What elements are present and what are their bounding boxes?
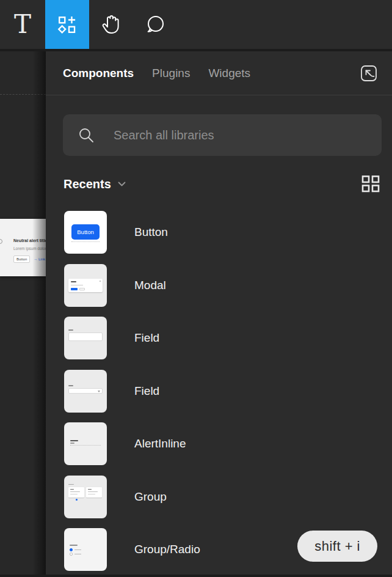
field-thumbnail [64,317,107,359]
field-select-thumbnail [64,370,107,413]
assets-icon [57,15,77,34]
alert-button[interactable]: Button [13,255,30,263]
shortcut-hint-pill: shift + i [297,531,377,562]
list-item-button[interactable]: Button Button [46,206,392,259]
item-label: Field [134,384,159,398]
info-icon [0,239,2,244]
alert-actions: Button → Link text [13,255,46,263]
canvas-alert-component[interactable]: Neutral alert title Lorem ipsum dolor am… [0,219,46,276]
search-input[interactable] [114,128,382,142]
item-label: Group/Radio [134,543,200,556]
popout-panel-button[interactable] [358,62,380,84]
popout-icon [358,63,379,84]
item-label: Group [134,490,167,504]
group-thumbnail [64,476,107,518]
button-thumbnail: Button [64,211,107,254]
list-item-field[interactable]: Field [46,312,392,365]
hand-tool-button[interactable] [89,0,133,49]
list-item-modal[interactable]: Modal [46,259,392,312]
comment-bubble-icon [144,13,166,35]
grid-view-button[interactable] [361,175,380,193]
item-label: AlertInline [134,437,186,450]
recents-header: Recents [64,175,380,193]
item-label: Button [134,226,168,239]
canvas-area[interactable]: Neutral alert title Lorem ipsum dolor am… [0,51,46,575]
search-icon [78,127,95,144]
figma-app-window: T Neutral al [0,0,392,577]
group-radio-thumbnail [64,528,107,571]
panel-drop-shadow [32,51,46,575]
list-item-field-select[interactable]: Field [46,365,392,418]
panel-tabs: Components Plugins Widgets [46,51,392,95]
modal-thumbnail [64,264,107,307]
hand-icon [100,13,123,36]
tab-plugins[interactable]: Plugins [152,67,190,80]
recents-title: Recents [64,177,111,191]
alertinline-thumbnail [64,422,107,465]
list-item-alertinline[interactable]: AlertInline [46,417,392,471]
alert-link[interactable]: → Link text [34,257,46,261]
assets-tool-button[interactable] [45,0,89,49]
chevron-down-icon [118,182,126,187]
tabs-divider [46,95,392,95]
toolbar: T [0,0,392,51]
list-item-group[interactable]: Group [46,471,392,524]
mini-button-preview: Button [71,224,100,240]
grid-view-icon [361,175,380,193]
text-tool-button[interactable]: T [0,0,45,49]
item-label: Field [134,331,159,345]
comment-tool-button[interactable] [133,0,177,49]
tab-widgets[interactable]: Widgets [208,67,250,80]
tab-components[interactable]: Components [63,67,134,80]
recents-dropdown[interactable]: Recents [64,177,126,191]
search-box [63,114,382,156]
recents-list: Button Button Modal Field [46,206,392,576]
text-tool-icon: T [14,12,31,37]
canvas-guide-line [0,94,46,95]
alert-body-text: Lorem ipsum dolor amet consect [13,246,46,251]
item-label: Modal [134,279,166,292]
alert-title: Neutral alert title [13,238,46,243]
resources-panel: Components Plugins Widgets [46,51,392,575]
